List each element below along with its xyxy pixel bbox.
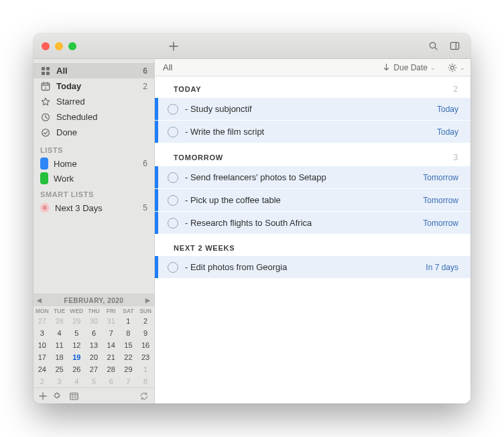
list-item-home[interactable]: Home6 <box>34 156 154 171</box>
task-row[interactable]: - Edit photos from GeorgiaIn 7 days <box>155 256 470 279</box>
sidebar-footer <box>34 387 154 403</box>
task-due-label: Today <box>437 127 458 137</box>
calendar-day[interactable]: 27 <box>34 315 51 327</box>
calendar-day[interactable]: 29 <box>68 315 85 327</box>
calendar-day[interactable]: 6 <box>103 375 120 387</box>
task-title: - Send freelancers' photos to Setapp <box>185 172 423 182</box>
svg-rect-5 <box>42 72 45 75</box>
task-checkbox[interactable] <box>168 195 178 206</box>
calendar-dow: TUE <box>51 306 68 315</box>
group-title: NEXT 2 WEEKS <box>174 244 235 252</box>
smart-list-count: 5 <box>143 203 147 212</box>
calendar-dow: SAT <box>120 306 137 315</box>
group-count: 2 <box>454 84 458 94</box>
toggle-detail-pane-button[interactable] <box>445 39 464 54</box>
calendar-day[interactable]: 3 <box>34 327 51 339</box>
minimize-window-button[interactable] <box>55 42 63 50</box>
task-due-label: Tomorrow <box>423 218 458 228</box>
calendar-day[interactable]: 22 <box>120 351 137 363</box>
calendar-day[interactable]: 9 <box>137 327 154 339</box>
calendar-day[interactable]: 4 <box>68 375 85 387</box>
task-checkbox[interactable] <box>168 218 178 229</box>
calendar-day[interactable]: 8 <box>120 327 137 339</box>
calendar-day[interactable]: 7 <box>120 375 137 387</box>
calendar-day[interactable]: 16 <box>137 339 154 351</box>
calendar-day[interactable]: 1 <box>137 363 154 375</box>
calendar-day[interactable]: 17 <box>34 351 51 363</box>
sidebar-nav-scheduled[interactable]: Scheduled <box>34 109 154 125</box>
sidebar-nav-all[interactable]: All6 <box>34 63 154 78</box>
calendar-prev-month-button[interactable]: ◀ <box>34 294 46 306</box>
task-row[interactable]: - Study subjonctifToday <box>155 98 470 121</box>
add-task-button[interactable] <box>164 39 183 54</box>
calendar-day[interactable]: 8 <box>137 375 154 387</box>
nav-label: Done <box>56 127 134 137</box>
chevron-down-icon: ⌄ <box>460 64 465 71</box>
toggle-calendar-button[interactable] <box>70 392 78 400</box>
calendar-day[interactable]: 2 <box>34 375 51 387</box>
sidebar-nav-starred[interactable]: Starred <box>34 94 154 109</box>
calendar-dow: SUN <box>137 306 154 315</box>
calendar-day[interactable]: 11 <box>51 339 68 351</box>
search-button[interactable] <box>424 39 442 54</box>
calendar-day[interactable]: 28 <box>103 363 120 375</box>
calendar-day[interactable]: 5 <box>85 375 103 387</box>
sidebar: All61Today2StarredScheduledDone LISTS Ho… <box>34 59 155 403</box>
task-row[interactable]: - Pick up the coffee tableTomorrow <box>155 189 470 212</box>
calendar-day[interactable]: 21 <box>103 351 120 363</box>
task-checkbox[interactable] <box>168 104 178 115</box>
nav-count: 2 <box>139 82 147 91</box>
task-checkbox[interactable] <box>168 172 178 183</box>
calendar-day[interactable]: 14 <box>103 339 120 351</box>
calendar-day[interactable]: 27 <box>85 363 103 375</box>
list-item-work[interactable]: Work <box>34 171 154 186</box>
calendar-day[interactable]: 15 <box>120 339 137 351</box>
calendar-day[interactable]: 24 <box>34 363 51 375</box>
task-title: - Study subjonctif <box>185 104 437 114</box>
calendar-day[interactable]: 7 <box>103 327 120 339</box>
calendar-day[interactable]: 12 <box>68 339 85 351</box>
zoom-window-button[interactable] <box>68 42 76 50</box>
task-checkbox[interactable] <box>168 127 178 137</box>
svg-point-20 <box>451 66 454 69</box>
calendar-day[interactable]: 23 <box>137 351 154 363</box>
calendar-day[interactable]: 19 <box>68 351 85 363</box>
calendar-day[interactable]: 10 <box>34 339 51 351</box>
titlebar <box>34 34 470 59</box>
sidebar-nav-today[interactable]: 1Today2 <box>34 78 154 94</box>
calendar-day[interactable]: 29 <box>120 363 137 375</box>
calendar-day[interactable]: 26 <box>68 363 85 375</box>
view-options-button[interactable]: ⌄ <box>448 63 465 72</box>
calendar-day[interactable]: 5 <box>68 327 85 339</box>
calendar-day[interactable]: 4 <box>51 327 68 339</box>
settings-menu-button[interactable] <box>54 392 63 400</box>
close-window-button[interactable] <box>42 42 50 50</box>
svg-rect-1 <box>450 42 458 49</box>
calendar-next-month-button[interactable]: ▶ <box>142 294 154 306</box>
content-title: All <box>163 62 379 72</box>
smart-list-item[interactable]: ✻Next 3 Days5 <box>34 200 154 215</box>
calendar-day[interactable]: 20 <box>85 351 103 363</box>
calendar-day[interactable]: 1 <box>120 315 137 327</box>
calendar-day[interactable]: 31 <box>103 315 120 327</box>
list-color-dot <box>40 158 48 170</box>
sync-button[interactable] <box>139 392 149 400</box>
sidebar-nav-done[interactable]: Done <box>34 125 154 140</box>
calendar-day[interactable]: 18 <box>51 351 68 363</box>
calendar-day[interactable]: 3 <box>51 375 68 387</box>
task-row[interactable]: - Research flights to South AfricaTomorr… <box>155 212 470 235</box>
calendar-day[interactable]: 6 <box>85 327 103 339</box>
task-row[interactable]: - Write the film scriptToday <box>155 121 470 143</box>
calendar-day[interactable]: 2 <box>137 315 154 327</box>
calendar-icon: 1 <box>40 81 51 92</box>
calendar-day[interactable]: 30 <box>85 315 103 327</box>
calendar-day[interactable]: 13 <box>85 339 103 351</box>
calendar-dow: MON <box>34 306 51 315</box>
task-checkbox[interactable] <box>168 262 178 273</box>
calendar-day[interactable]: 28 <box>51 315 68 327</box>
sort-menu-button[interactable]: Due Date ⌄ <box>383 63 436 72</box>
task-row[interactable]: - Send freelancers' photos to SetappTomo… <box>155 166 470 189</box>
add-list-button[interactable] <box>39 392 47 400</box>
calendar-day[interactable]: 25 <box>51 363 68 375</box>
svg-rect-6 <box>46 72 50 75</box>
